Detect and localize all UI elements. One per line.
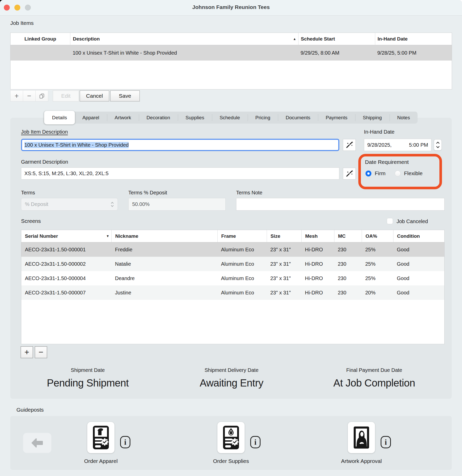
column-header-schedule-start[interactable]: Schedule Start: [298, 33, 375, 45]
screen-row-selected[interactable]: AECO-23x31-1.50-000001 Freddie Aluminum …: [21, 242, 444, 257]
terms-select: % Deposit: [21, 198, 118, 211]
tab-decoration[interactable]: Decoration: [139, 112, 178, 124]
shipment-delivery-date-label: Shipment Delivery Date: [165, 367, 298, 373]
screen-row[interactable]: AECO-23x31-1.50-000004 Deandre Aluminum …: [21, 271, 444, 285]
column-header-serial-number[interactable]: Serial Number ▼: [21, 230, 111, 242]
job-canceled-checkbox[interactable]: [387, 218, 393, 224]
job-item-description-cell: 100 x Unisex T-Shirt in White - Shop Pro…: [70, 50, 298, 56]
tab-pricing[interactable]: Pricing: [248, 112, 278, 124]
tab-payments[interactable]: Payments: [318, 112, 355, 124]
screen-row[interactable]: AECO-23x31-1.50-000007 Justine Aluminum …: [21, 285, 444, 300]
column-header-description[interactable]: Description ▲: [70, 33, 298, 45]
save-button[interactable]: Save: [110, 90, 140, 102]
tab-documents[interactable]: Documents: [278, 112, 318, 124]
garment-description-input[interactable]: XS:5, S:15, M:25, L:30, XL:20, 2XL:5: [21, 167, 339, 180]
title-bar: Johnson Family Reunion Tees: [0, 0, 462, 16]
order-apparel-info-button[interactable]: i: [120, 436, 130, 448]
duplicate-icon: [39, 93, 45, 99]
stepper-down-icon: [436, 146, 440, 148]
column-header-in-hand-date[interactable]: In-Hand Date: [375, 33, 452, 45]
shipment-delivery-date-status: Shipment Delivery Date Awaiting Entry: [165, 367, 298, 389]
in-hand-date-label: In-Hand Date: [364, 129, 394, 135]
garment-autofill-button[interactable]: [343, 168, 356, 180]
description-autofill-button[interactable]: [343, 139, 356, 151]
magic-wand-icon: [345, 141, 353, 149]
column-header-linked-group[interactable]: Linked Group: [11, 33, 70, 45]
tab-notes[interactable]: Notes: [389, 112, 418, 124]
order-supplies-button[interactable]: [217, 422, 245, 453]
final-payment-due-date-value: At Job Completion: [307, 377, 441, 389]
order-supplies-info-button[interactable]: i: [250, 436, 261, 448]
shipment-date-status: Shipment Date Pending Shipment: [21, 367, 155, 389]
window-title: Johnson Family Reunion Tees: [0, 4, 462, 10]
order-apparel-label: Order Apparel: [55, 458, 147, 464]
order-supplies-label: Order Supplies: [185, 458, 277, 464]
terms-note-input[interactable]: [236, 198, 445, 211]
guideposts-back-button[interactable]: [23, 433, 51, 453]
info-icon: i: [385, 438, 387, 447]
shipment-delivery-date-value: Awaiting Entry: [165, 377, 298, 389]
artwork-approval-button[interactable]: [348, 422, 375, 453]
radio-firm-label: Firm: [375, 170, 386, 176]
column-header-oa[interactable]: OA%: [362, 230, 393, 242]
column-header-condition[interactable]: Condition: [393, 230, 444, 242]
artwork-approval-label: Artwork Approval: [315, 458, 408, 464]
edit-button: Edit: [53, 90, 79, 102]
job-item-description-label: Job Item Description: [21, 129, 68, 135]
job-item-schedule-start-cell: 9/29/25, 8:00 AM: [298, 50, 375, 56]
supplies-purchase-order-icon: [223, 425, 239, 450]
radio-flexible-label: Flexible: [404, 170, 422, 176]
tab-supplies[interactable]: Supplies: [178, 112, 212, 124]
terms-note-label: Terms Note: [236, 190, 262, 196]
stepper-up-icon: [436, 142, 440, 144]
add-job-item-button[interactable]: +: [11, 91, 23, 101]
duplicate-job-item-button[interactable]: [35, 91, 48, 101]
screen-row[interactable]: AECO-23x31-1.50-000002 Natalie Aluminum …: [21, 257, 444, 271]
terms-deposit-label: Terms % Deposit: [128, 190, 167, 196]
selected-text: 100 x Unisex T-Shirt in White - Shop Pro…: [24, 142, 129, 148]
job-item-description-input[interactable]: 100 x Unisex T-Shirt in White - Shop Pro…: [21, 139, 339, 151]
date-requirement-label: Date Requirement: [365, 159, 409, 165]
date-requirement-radio-group: Firm Flexible: [365, 170, 428, 176]
final-payment-due-date-status: Final Payment Due Date At Job Completion: [307, 367, 441, 389]
shipment-date-label: Shipment Date: [21, 367, 155, 373]
final-payment-due-date-label: Final Payment Due Date: [307, 367, 441, 373]
select-chevrons-icon: [111, 202, 114, 207]
tab-artwork[interactable]: Artwork: [107, 112, 139, 124]
sort-descending-icon: ▼: [106, 234, 109, 238]
artwork-approval-info-button[interactable]: i: [381, 436, 391, 448]
in-hand-date-stepper[interactable]: [434, 139, 442, 151]
in-hand-date-field[interactable]: 9/28/2025, 5:00 PM: [364, 139, 431, 151]
screens-table-header: Serial Number ▼ Nickname Frame Size Mesh…: [21, 230, 444, 242]
column-header-mesh[interactable]: Mesh: [301, 230, 334, 242]
job-item-row-selected[interactable]: 100 x Unisex T-Shirt in White - Shop Pro…: [11, 45, 452, 61]
radio-firm[interactable]: [365, 171, 371, 176]
remove-screen-button[interactable]: −: [35, 346, 47, 358]
tab-shipping[interactable]: Shipping: [355, 112, 390, 124]
minus-icon: −: [38, 348, 43, 357]
job-items-row-buttons: + −: [10, 90, 48, 102]
in-hand-date-time[interactable]: 5:00 PM: [409, 142, 428, 148]
column-header-mc[interactable]: MC: [334, 230, 362, 242]
tab-bar: Details Apparel Artwork Decoration Suppl…: [44, 112, 418, 124]
app-window: Johnson Family Reunion Tees Job Items Li…: [0, 0, 462, 476]
column-header-nickname[interactable]: Nickname: [111, 230, 217, 242]
tab-schedule[interactable]: Schedule: [212, 112, 248, 124]
radio-flexible[interactable]: [395, 171, 401, 176]
remove-job-item-button[interactable]: −: [23, 91, 35, 101]
info-icon: i: [124, 438, 126, 447]
job-item-in-hand-date-cell: 9/28/25, 5:00 PM: [375, 50, 452, 56]
column-header-size[interactable]: Size: [267, 230, 301, 242]
screens-section-label: Screens: [21, 218, 41, 224]
tab-details[interactable]: Details: [44, 111, 75, 124]
order-apparel-button[interactable]: [87, 422, 114, 453]
tab-apparel[interactable]: Apparel: [75, 112, 107, 124]
garment-description-label: Garment Description: [21, 159, 68, 165]
in-hand-date-date[interactable]: 9/28/2025,: [367, 142, 392, 148]
job-items-table: Linked Group Description ▲ Schedule Star…: [10, 33, 452, 90]
column-header-frame[interactable]: Frame: [217, 230, 267, 242]
shipment-date-value: Pending Shipment: [21, 377, 155, 389]
cancel-button[interactable]: Cancel: [80, 90, 109, 102]
add-screen-button[interactable]: +: [21, 346, 33, 358]
plus-icon: +: [24, 348, 29, 357]
